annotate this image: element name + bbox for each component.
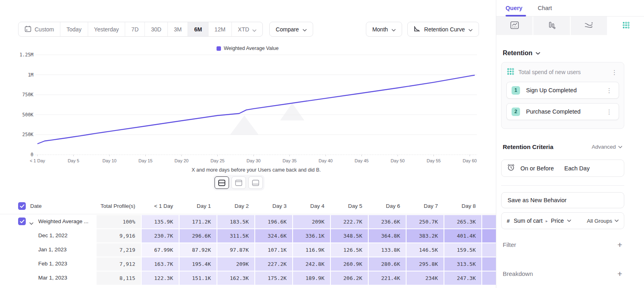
retention-value-cell[interactable]: 247.3K bbox=[444, 271, 481, 285]
retention-value-cell[interactable]: 260.9K bbox=[330, 257, 368, 271]
retention-value-cell[interactable]: 209K bbox=[217, 257, 254, 271]
retention-value-cell[interactable]: 175.2K bbox=[254, 271, 292, 285]
retention-value-cell[interactable]: 171.2K bbox=[179, 214, 217, 228]
retention-value-cell-partial[interactable] bbox=[481, 228, 496, 242]
retention-value-cell[interactable]: 296.6K bbox=[179, 228, 217, 242]
step-menu-icon[interactable]: ⋮ bbox=[605, 87, 614, 94]
step-menu-icon[interactable]: ⋮ bbox=[605, 108, 614, 116]
all-groups-dropdown[interactable]: All Groups bbox=[587, 218, 619, 224]
report-tab-flows[interactable] bbox=[571, 17, 607, 35]
retention-value-cell[interactable]: 133.8K bbox=[368, 242, 406, 257]
range-7d[interactable]: 7D bbox=[125, 22, 145, 36]
layout-table-only-toggle[interactable] bbox=[248, 176, 263, 189]
criteria-row-button[interactable]: On or Before Each Day bbox=[501, 160, 624, 177]
retention-value-cell[interactable]: 135.9K bbox=[141, 214, 179, 228]
criteria-mode-dropdown[interactable]: Advanced bbox=[592, 144, 622, 150]
measure-property-dropdown[interactable]: Sum of cart bbox=[514, 218, 543, 224]
retention-value-cell[interactable]: 234K bbox=[406, 271, 444, 285]
row-checkbox[interactable] bbox=[18, 218, 26, 225]
retention-value-cell[interactable]: 146.5K bbox=[406, 242, 444, 257]
range-30d[interactable]: 30D bbox=[145, 22, 168, 36]
retention-value-cell[interactable]: 116.9K bbox=[292, 242, 330, 257]
retention-value-cell[interactable]: 236.6K bbox=[368, 214, 406, 228]
retention-value-cell[interactable]: 196.6K bbox=[254, 214, 292, 228]
range-12m[interactable]: 12M bbox=[208, 22, 232, 36]
select-all-checkbox[interactable] bbox=[18, 202, 26, 210]
retention-value-cell[interactable]: 222.7K bbox=[330, 214, 368, 228]
compare-button[interactable]: Compare bbox=[269, 22, 313, 37]
retention-value-cell[interactable]: 183.5K bbox=[217, 214, 254, 228]
retention-value-cell[interactable]: 227.2K bbox=[254, 257, 292, 271]
retention-value-cell[interactable]: 87.92K bbox=[179, 242, 217, 257]
report-tab-bar-chart[interactable] bbox=[533, 17, 570, 35]
retention-value-cell-partial[interactable] bbox=[481, 214, 496, 228]
retention-value-cell-partial[interactable] bbox=[481, 271, 496, 285]
range-label: 12M bbox=[215, 26, 225, 33]
retention-section-dropdown[interactable]: Retention bbox=[503, 50, 540, 57]
range-yesterday[interactable]: Yesterday bbox=[88, 22, 126, 36]
retention-value-cell[interactable]: 67.99K bbox=[141, 242, 179, 257]
table-row[interactable]: Weighted Average ...100%135.9K171.2K183.… bbox=[0, 214, 496, 228]
retention-value-cell-partial[interactable] bbox=[481, 242, 496, 257]
retention-value-cell[interactable]: 163.7K bbox=[141, 257, 179, 271]
retention-value-cell[interactable]: 107.1K bbox=[254, 242, 292, 257]
tab-chart[interactable]: Chart bbox=[538, 5, 552, 11]
layout-chart-only-toggle[interactable] bbox=[231, 176, 246, 189]
save-behavior-button[interactable]: Save as New Behavior bbox=[501, 192, 624, 208]
retention-value-cell[interactable]: 122.3K bbox=[141, 271, 179, 285]
range-today[interactable]: Today bbox=[60, 22, 88, 36]
retention-value-cell[interactable]: 336.1K bbox=[292, 228, 330, 242]
retention-value-cell[interactable]: 348.5K bbox=[330, 228, 368, 242]
retention-value-cell[interactable]: 383.2K bbox=[406, 228, 444, 242]
retention-value-cell[interactable]: 221.4K bbox=[368, 271, 406, 285]
report-tab-retention[interactable] bbox=[608, 17, 644, 35]
granularity-button[interactable]: Month bbox=[366, 22, 402, 37]
layout-split-toggle[interactable] bbox=[215, 176, 229, 189]
retention-value-cell[interactable]: 280.6K bbox=[368, 257, 406, 271]
retention-value-cell[interactable]: 97.87K bbox=[217, 242, 254, 257]
range-6m[interactable]: 6M bbox=[188, 22, 208, 36]
chart-type-button[interactable]: Retention Curve bbox=[407, 22, 479, 37]
retention-value-cell[interactable]: 242.8K bbox=[292, 257, 330, 271]
date-column-header: Date bbox=[30, 203, 42, 209]
step-event-label: Sign Up Completed bbox=[526, 87, 605, 93]
behavior-menu-icon[interactable]: ⋮ bbox=[610, 68, 619, 76]
table-row[interactable]: Feb 1, 20237,912163.7K195.4K209K227.2K24… bbox=[0, 257, 496, 271]
x-axis-tick: Day 10 bbox=[103, 158, 117, 163]
retention-value-cell[interactable]: 159.5K bbox=[444, 242, 481, 257]
add-filter-button[interactable]: + bbox=[617, 240, 622, 249]
retention-value-cell[interactable]: 364.8K bbox=[368, 228, 406, 242]
range-3m[interactable]: 3M bbox=[168, 22, 188, 36]
retention-value-cell[interactable]: 189.9K bbox=[292, 271, 330, 285]
row-expand-icon[interactable] bbox=[29, 219, 33, 226]
retention-value-cell[interactable]: 195.4K bbox=[179, 257, 217, 271]
retention-value-cell-partial[interactable] bbox=[481, 257, 496, 271]
retention-value-cell[interactable]: 265.3K bbox=[444, 214, 481, 228]
retention-chart[interactable]: 1.25M1M750K500K250K0 < 1 DayDay 5Day 10D… bbox=[18, 53, 477, 182]
range-xtd[interactable]: XTD bbox=[232, 22, 262, 36]
numeric-property-icon: # bbox=[507, 218, 510, 224]
retention-value-cell[interactable]: 313.5K bbox=[444, 257, 481, 271]
behavior-step[interactable]: 2Purchase Completed⋮ bbox=[506, 103, 619, 120]
legend-swatch bbox=[217, 46, 221, 51]
range-custom[interactable]: Custom bbox=[19, 22, 60, 36]
retention-value-cell[interactable]: 162.3K bbox=[217, 271, 254, 285]
retention-value-cell[interactable]: 401.4K bbox=[444, 228, 481, 242]
retention-value-cell[interactable]: 311.5K bbox=[217, 228, 254, 242]
table-row[interactable]: Dec 1, 20229,916230.7K296.6K311.5K324.6K… bbox=[0, 228, 496, 242]
add-breakdown-button[interactable]: + bbox=[617, 269, 622, 278]
retention-value-cell[interactable]: 209K bbox=[292, 214, 330, 228]
retention-value-cell[interactable]: 250.7K bbox=[406, 214, 444, 228]
retention-value-cell[interactable]: 151.1K bbox=[179, 271, 217, 285]
retention-value-cell[interactable]: 206.2K bbox=[330, 271, 368, 285]
table-row[interactable]: Mar 1, 20238,115122.3K151.1K162.3K175.2K… bbox=[0, 271, 496, 285]
retention-value-cell[interactable]: 126.5K bbox=[330, 242, 368, 257]
retention-value-cell[interactable]: 230.7K bbox=[141, 228, 179, 242]
table-row[interactable]: Jan 1, 20237,21967.99K87.92K97.87K107.1K… bbox=[0, 242, 496, 257]
behavior-step[interactable]: 1Sign Up Completed⋮ bbox=[506, 82, 619, 99]
report-tab-insights[interactable] bbox=[496, 17, 533, 35]
retention-value-cell[interactable]: 324.6K bbox=[254, 228, 292, 242]
tab-query[interactable]: Query bbox=[506, 5, 522, 11]
retention-value-cell[interactable]: 295.8K bbox=[406, 257, 444, 271]
retention-section-label: Retention bbox=[503, 50, 533, 57]
